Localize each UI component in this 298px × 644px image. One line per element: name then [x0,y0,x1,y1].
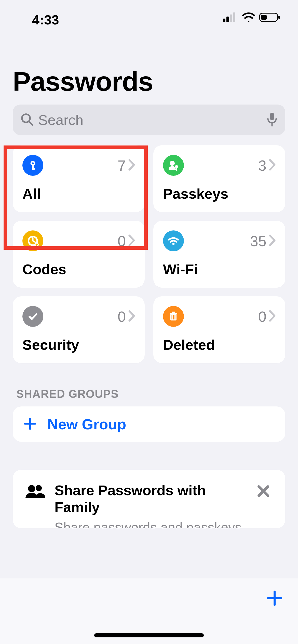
battery-icon [259,12,281,23]
plus-icon [23,417,37,432]
tile-security[interactable]: 0 Security [13,296,145,363]
svg-rect-3 [233,12,235,22]
mic-icon[interactable] [266,112,278,128]
svg-rect-1 [226,17,229,22]
svg-rect-5 [261,15,267,20]
tile-passkeys-label: Passkeys [163,176,277,202]
new-group-label: New Group [47,416,126,433]
wifi-tile-icon [163,230,184,251]
share-card-body: Share passwords and passkeys safely and [55,516,249,528]
svg-point-30 [36,485,42,491]
tile-wifi[interactable]: 35 Wi-Fi [153,221,285,288]
share-card-title: Share Passwords with Family [55,482,249,516]
close-icon[interactable] [256,482,274,500]
status-bar: 4:33 [0,0,298,36]
chevron-right-icon [127,310,136,323]
section-header-shared-groups: SHARED GROUPS [13,363,285,406]
cellular-icon [223,12,238,23]
chevron-right-icon [127,234,136,248]
new-group-button[interactable]: New Group [13,406,285,442]
tile-passkeys-count: 3 [258,157,266,174]
people-icon [24,482,47,501]
tile-all[interactable]: 7 All [13,145,145,212]
svg-line-8 [29,121,33,125]
search-icon [20,113,34,127]
svg-rect-14 [32,168,35,170]
svg-rect-17 [176,168,177,171]
wifi-icon [242,12,255,23]
tile-all-count: 7 [118,157,126,174]
codes-icon [22,230,43,251]
tile-deleted-label: Deleted [163,327,277,353]
tile-security-count: 0 [118,308,126,325]
chevron-right-icon [127,158,136,172]
chevron-right-icon [268,310,277,323]
search-input[interactable] [38,112,262,128]
svg-point-12 [32,162,34,164]
tile-codes[interactable]: 0 Codes [13,221,145,288]
tile-codes-label: Codes [22,252,136,277]
status-time: 4:33 [14,12,59,27]
tile-wifi-label: Wi-Fi [163,252,277,277]
tile-all-label: All [22,176,136,202]
tile-passkeys[interactable]: 3 Passkeys [153,145,285,212]
tile-security-label: Security [22,327,136,353]
svg-rect-23 [172,312,175,313]
search-bar[interactable] [13,105,285,135]
key-icon [22,155,43,176]
svg-point-29 [28,485,35,492]
page-title: Passwords [0,36,298,105]
svg-rect-0 [223,19,225,22]
share-passwords-card[interactable]: Share Passwords with Family Share passwo… [13,470,285,528]
bottom-toolbar [0,578,298,644]
add-button[interactable] [265,589,284,608]
trash-icon [163,306,184,327]
svg-point-20 [172,243,175,245]
category-grid: 7 All [13,145,285,363]
tile-wifi-count: 35 [250,232,266,250]
chevron-right-icon [268,234,277,248]
chevron-right-icon [268,158,277,172]
tile-deleted[interactable]: 0 Deleted [153,296,285,363]
svg-rect-6 [278,16,280,19]
svg-rect-9 [270,113,274,120]
status-indicators [223,12,284,23]
checkmark-icon [22,306,43,327]
home-indicator [94,633,204,637]
tile-codes-count: 0 [118,232,126,250]
svg-rect-2 [230,14,232,22]
svg-point-15 [170,161,175,166]
tile-deleted-count: 0 [258,308,266,325]
passkey-icon [163,155,184,176]
